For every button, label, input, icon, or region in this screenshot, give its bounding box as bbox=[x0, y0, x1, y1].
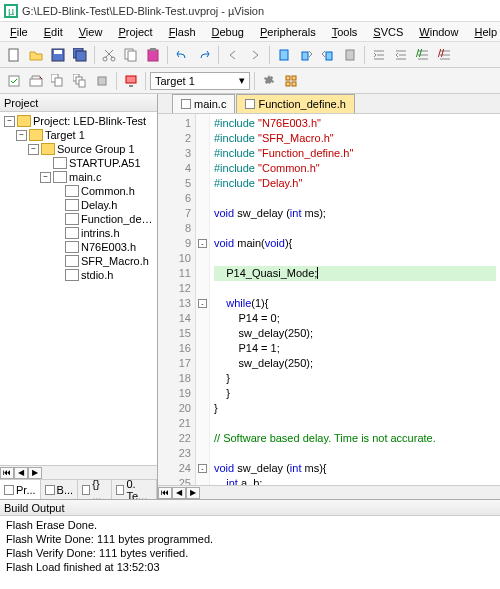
tree-toggle-icon[interactable]: − bbox=[40, 172, 51, 183]
bookmark-prev-icon[interactable] bbox=[296, 45, 316, 65]
cut-icon[interactable] bbox=[99, 45, 119, 65]
panel-tab[interactable]: Pr... bbox=[0, 480, 41, 499]
outdent-icon[interactable] bbox=[391, 45, 411, 65]
tree-header[interactable]: Delay.h bbox=[2, 198, 155, 212]
fold-toggle-icon[interactable]: - bbox=[198, 464, 207, 473]
nav-back-icon[interactable] bbox=[223, 45, 243, 65]
window-title: G:\LED-Blink-Test\LED-Blink-Test.uvproj … bbox=[22, 5, 264, 17]
nav-fwd-icon[interactable] bbox=[245, 45, 265, 65]
menu-peripherals[interactable]: Peripherals bbox=[252, 24, 324, 40]
copy-icon[interactable] bbox=[121, 45, 141, 65]
fold-toggle-icon[interactable]: - bbox=[198, 239, 207, 248]
build-icon[interactable] bbox=[26, 71, 46, 91]
code-editor[interactable]: 1234567891011121314151617181920212223242… bbox=[158, 114, 500, 485]
menu-svcs[interactable]: SVCS bbox=[365, 24, 411, 40]
file-icon bbox=[65, 255, 79, 267]
comment-icon[interactable]: // bbox=[413, 45, 433, 65]
menu-help[interactable]: Help bbox=[466, 24, 500, 40]
folder-icon bbox=[17, 115, 31, 127]
redo-icon[interactable] bbox=[194, 45, 214, 65]
menu-flash[interactable]: Flash bbox=[161, 24, 204, 40]
open-icon[interactable] bbox=[26, 45, 46, 65]
title-bar: µ G:\LED-Blink-Test\LED-Blink-Test.uvpro… bbox=[0, 0, 500, 22]
menu-file[interactable]: File bbox=[2, 24, 36, 40]
line-gutter: 1234567891011121314151617181920212223242… bbox=[158, 114, 196, 485]
tree-header[interactable]: SFR_Macro.h bbox=[2, 254, 155, 268]
toolbar-main: // // bbox=[0, 42, 500, 68]
tree-file[interactable]: −main.c bbox=[2, 170, 155, 184]
tree-target[interactable]: −Target 1 bbox=[2, 128, 155, 142]
tree-header[interactable]: Function_de… bbox=[2, 212, 155, 226]
scroll-next-icon[interactable]: ▶ bbox=[186, 487, 200, 499]
options-icon[interactable] bbox=[259, 71, 279, 91]
panel-tab[interactable]: {} ... bbox=[78, 480, 112, 499]
menu-edit[interactable]: Edit bbox=[36, 24, 71, 40]
scroll-next-icon[interactable]: ▶ bbox=[28, 467, 42, 479]
tab-icon bbox=[116, 485, 124, 495]
tree-project-root[interactable]: −Project: LED-Blink-Test bbox=[2, 114, 155, 128]
indent-icon[interactable] bbox=[369, 45, 389, 65]
build-output-content[interactable]: Flash Erase Done.Flash Write Done: 111 b… bbox=[0, 516, 500, 589]
toolbar-build: Target 1 ▾ bbox=[0, 68, 500, 94]
editor-tab[interactable]: main.c bbox=[172, 94, 235, 113]
file-icon bbox=[65, 269, 79, 281]
editor-scroll: ⏮ ◀ ▶ bbox=[158, 485, 500, 499]
bookmark-icon[interactable] bbox=[274, 45, 294, 65]
svg-text:µ: µ bbox=[8, 5, 15, 17]
download-icon[interactable] bbox=[121, 71, 141, 91]
panel-tab[interactable]: B... bbox=[41, 480, 79, 499]
editor-tab[interactable]: Function_define.h bbox=[236, 94, 354, 113]
target-selector[interactable]: Target 1 ▾ bbox=[150, 72, 250, 90]
project-panel-header: Project bbox=[0, 94, 157, 112]
bookmark-clear-icon[interactable] bbox=[340, 45, 360, 65]
tab-icon bbox=[82, 485, 90, 495]
svg-rect-21 bbox=[30, 79, 42, 86]
fold-toggle-icon[interactable]: - bbox=[198, 299, 207, 308]
tab-icon bbox=[4, 485, 14, 495]
fold-column: ---- bbox=[196, 114, 210, 485]
tree-source-group[interactable]: −Source Group 1 bbox=[2, 142, 155, 156]
scroll-prev-icon[interactable]: ◀ bbox=[172, 487, 186, 499]
save-icon[interactable] bbox=[48, 45, 68, 65]
code-content[interactable]: #include "N76E003.h"#include "SFR_Macro.… bbox=[210, 114, 500, 485]
svg-rect-5 bbox=[54, 50, 62, 54]
menu-project[interactable]: Project bbox=[110, 24, 160, 40]
target-name: Target 1 bbox=[155, 75, 195, 87]
menu-tools[interactable]: Tools bbox=[324, 24, 366, 40]
save-all-icon[interactable] bbox=[70, 45, 90, 65]
project-tree[interactable]: −Project: LED-Blink-Test−Target 1−Source… bbox=[0, 112, 157, 465]
svg-rect-15 bbox=[302, 52, 308, 60]
tree-toggle-icon[interactable]: − bbox=[16, 130, 27, 141]
tree-header[interactable]: intrins.h bbox=[2, 226, 155, 240]
scroll-first-icon[interactable]: ⏮ bbox=[158, 487, 172, 499]
menu-window[interactable]: Window bbox=[411, 24, 466, 40]
svg-rect-11 bbox=[128, 51, 136, 61]
tree-header[interactable]: Common.h bbox=[2, 184, 155, 198]
uncomment-icon[interactable]: // bbox=[435, 45, 455, 65]
menu-debug[interactable]: Debug bbox=[204, 24, 252, 40]
paste-icon[interactable] bbox=[143, 45, 163, 65]
tree-toggle-icon[interactable]: − bbox=[4, 116, 15, 127]
svg-rect-17 bbox=[346, 50, 354, 60]
tree-toggle-icon[interactable]: − bbox=[28, 144, 39, 155]
undo-icon[interactable] bbox=[172, 45, 192, 65]
file-icon bbox=[181, 99, 191, 109]
new-file-icon[interactable] bbox=[4, 45, 24, 65]
rebuild-icon[interactable] bbox=[48, 71, 68, 91]
panel-tab[interactable]: 0. Te... bbox=[112, 480, 157, 499]
manage-icon[interactable] bbox=[281, 71, 301, 91]
bookmark-next-icon[interactable] bbox=[318, 45, 338, 65]
scroll-prev-icon[interactable]: ◀ bbox=[14, 467, 28, 479]
tree-file[interactable]: STARTUP.A51 bbox=[2, 156, 155, 170]
svg-rect-23 bbox=[55, 78, 62, 86]
batch-build-icon[interactable] bbox=[70, 71, 90, 91]
project-panel: Project −Project: LED-Blink-Test−Target … bbox=[0, 94, 158, 499]
tree-header[interactable]: stdio.h bbox=[2, 268, 155, 282]
svg-rect-27 bbox=[98, 77, 106, 85]
tree-header[interactable]: N76E003.h bbox=[2, 240, 155, 254]
svg-rect-30 bbox=[292, 76, 296, 80]
stop-build-icon[interactable] bbox=[92, 71, 112, 91]
menu-view[interactable]: View bbox=[71, 24, 111, 40]
translate-icon[interactable] bbox=[4, 71, 24, 91]
scroll-first-icon[interactable]: ⏮ bbox=[0, 467, 14, 479]
